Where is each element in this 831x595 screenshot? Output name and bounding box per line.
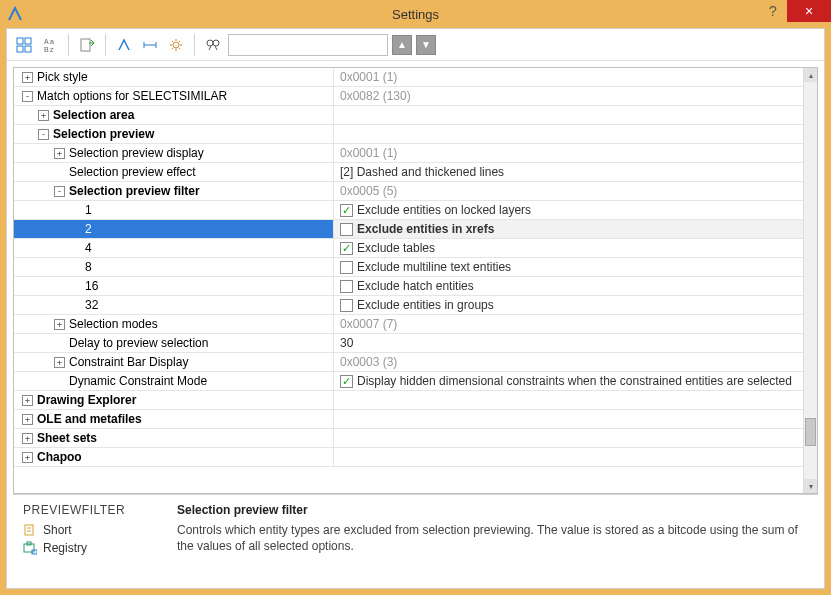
svg-rect-1 [25,38,31,44]
search-next-button[interactable]: ▼ [416,35,436,55]
expand-icon[interactable]: + [22,72,33,83]
alphabetic-view-button[interactable]: AaBz [39,34,61,56]
row-value: 0x0005 (5) [340,184,397,198]
table-row[interactable]: -Selection preview [14,125,803,144]
row-label: 2 [85,222,92,236]
row-label: Delay to preview selection [69,336,208,350]
row-value: Exclude entities on locked layers [357,203,531,217]
table-row[interactable]: Delay to preview selection30 [14,334,803,353]
table-row[interactable]: +Selection preview display0x0001 (1) [14,144,803,163]
registry-icon [23,541,37,555]
svg-rect-3 [25,46,31,52]
settings-tree: +Pick style0x0001 (1)-Match options for … [13,67,818,494]
row-value: 0x0001 (1) [340,70,397,84]
expand-icon[interactable]: + [54,319,65,330]
table-row[interactable]: +Sheet sets [14,429,803,448]
table-row[interactable]: -Match options for SELECTSIMILAR0x0082 (… [14,87,803,106]
checkbox[interactable] [340,223,353,236]
row-value: 30 [340,336,353,350]
table-row[interactable]: 4✓Exclude tables [14,239,803,258]
row-label: OLE and metafiles [37,412,142,426]
row-value: Exclude entities in groups [357,298,494,312]
collapse-icon[interactable]: - [54,186,65,197]
client-area: AaBz ▲ ▼ +Pick style0x0001 (1)-Match opt… [6,28,825,589]
svg-rect-8 [81,39,90,51]
row-value: Exclude hatch entities [357,279,474,293]
checkbox[interactable] [340,299,353,312]
flag-registry: Registry [23,541,163,555]
scrollbar[interactable]: ▴ ▾ [803,68,817,493]
help-button[interactable]: ? [759,0,787,22]
checkbox[interactable] [340,261,353,274]
table-row[interactable]: +OLE and metafiles [14,410,803,429]
table-row[interactable]: Dynamic Constraint Mode✓Display hidden d… [14,372,803,391]
svg-text:B: B [44,46,49,53]
row-label: 32 [85,298,98,312]
table-row[interactable]: 8Exclude multiline text entities [14,258,803,277]
row-value: Exclude entities in xrefs [357,222,494,236]
table-row[interactable]: -Selection preview filter0x0005 (5) [14,182,803,201]
svg-text:z: z [50,46,54,53]
export-button[interactable] [76,34,98,56]
app-icon [4,3,26,25]
row-label: Selection preview filter [69,184,200,198]
table-row[interactable]: 2Exclude entities in xrefs [14,220,803,239]
row-label: Selection area [53,108,134,122]
flag-registry-label: Registry [43,541,87,555]
find-button[interactable] [202,34,224,56]
flag-short-label: Short [43,523,72,537]
svg-point-9 [173,42,179,48]
row-value: 0x0003 (3) [340,355,397,369]
expand-icon[interactable]: + [22,433,33,444]
svg-rect-2 [17,46,23,52]
show-dimensions-button[interactable] [139,34,161,56]
expand-icon[interactable]: + [22,452,33,463]
collapse-icon[interactable]: - [22,91,33,102]
show-preferences-button[interactable] [165,34,187,56]
svg-point-10 [207,40,213,46]
row-label: Selection preview [53,127,154,141]
table-row[interactable]: +Selection modes0x0007 (7) [14,315,803,334]
row-label: 1 [85,203,92,217]
search-input[interactable] [228,34,388,56]
table-row[interactable]: +Chapoo [14,448,803,467]
expand-icon[interactable]: + [54,357,65,368]
row-label: 16 [85,279,98,293]
scroll-up-icon[interactable]: ▴ [804,68,817,82]
scroll-thumb[interactable] [805,418,816,446]
table-row[interactable]: 1✓Exclude entities on locked layers [14,201,803,220]
row-label: Constraint Bar Display [69,355,188,369]
checkbox[interactable]: ✓ [340,204,353,217]
toolbar: AaBz ▲ ▼ [7,29,824,61]
title-bar: Settings ? × [0,0,831,28]
table-row[interactable]: +Pick style0x0001 (1) [14,68,803,87]
svg-text:A: A [44,38,49,45]
row-value: 0x0082 (130) [340,89,411,103]
flag-short: Short [23,523,163,537]
checkbox[interactable]: ✓ [340,375,353,388]
row-label: Selection preview effect [69,165,196,179]
row-label: Sheet sets [37,431,97,445]
info-title: Selection preview filter [177,503,808,517]
expand-icon[interactable]: + [38,110,49,121]
expand-icon[interactable]: + [54,148,65,159]
table-row[interactable]: +Constraint Bar Display0x0003 (3) [14,353,803,372]
expand-icon[interactable]: + [22,395,33,406]
table-row[interactable]: +Drawing Explorer [14,391,803,410]
table-row[interactable]: 32Exclude entities in groups [14,296,803,315]
expand-icon[interactable]: + [22,414,33,425]
categorized-view-button[interactable] [13,34,35,56]
collapse-icon[interactable]: - [38,129,49,140]
table-row[interactable]: Selection preview effect[2] Dashed and t… [14,163,803,182]
row-value: 0x0001 (1) [340,146,397,160]
checkbox[interactable] [340,280,353,293]
close-button[interactable]: × [787,0,831,22]
table-row[interactable]: +Selection area [14,106,803,125]
info-panel: PREVIEWFILTER Short Registry Selection p… [13,494,818,588]
checkbox[interactable]: ✓ [340,242,353,255]
search-prev-button[interactable]: ▲ [392,35,412,55]
scroll-down-icon[interactable]: ▾ [804,479,817,493]
table-row[interactable]: 16Exclude hatch entities [14,277,803,296]
show-drawing-button[interactable] [113,34,135,56]
short-icon [23,523,37,537]
